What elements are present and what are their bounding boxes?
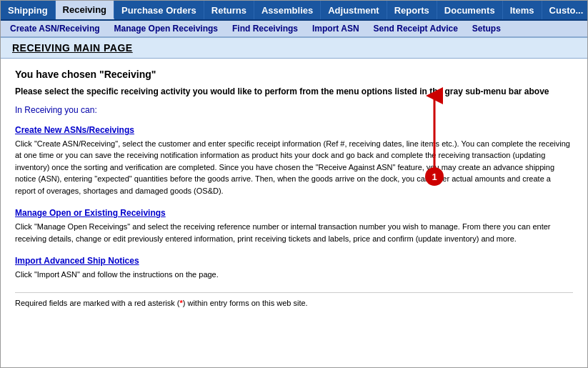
nav-custom[interactable]: Custo... xyxy=(542,1,588,19)
top-navigation: Shipping Receiving Purchase Orders Retur… xyxy=(1,1,587,21)
footer-suffix: ) within entry forms on this web site. xyxy=(183,299,308,307)
subnav-manage-open[interactable]: Manage Open Receivings xyxy=(108,21,224,36)
manage-open-desc: Click "Manage Open Receivings" and selec… xyxy=(15,221,573,244)
create-asn-link[interactable]: Create New ASNs/Receivings xyxy=(15,125,573,135)
footer-prefix: Required fields are marked with a red as… xyxy=(15,299,179,307)
subnav-find-receivings[interactable]: Find Receivings xyxy=(226,21,304,36)
nav-receiving[interactable]: Receiving xyxy=(56,1,114,19)
import-asn-link[interactable]: Import Advanced Ship Notices xyxy=(15,256,573,266)
subnav-import-asn[interactable]: Import ASN xyxy=(306,21,366,36)
in-receiving-label: In Receiving you can: xyxy=(15,105,573,115)
nav-documents[interactable]: Documents xyxy=(437,1,503,19)
footer-note: Required fields are marked with a red as… xyxy=(15,292,573,307)
subnav-create-asn[interactable]: Create ASN/Receiving xyxy=(4,21,106,36)
nav-assemblies[interactable]: Assemblies xyxy=(254,1,321,19)
section-manage-open: Manage Open or Existing Receivings Click… xyxy=(15,208,573,244)
import-asn-desc: Click "Import ASN" and follow the instru… xyxy=(15,269,573,281)
sub-navigation: Create ASN/Receiving Manage Open Receivi… xyxy=(1,21,587,38)
page-title: Receiving Main Page xyxy=(12,42,576,54)
nav-reports[interactable]: Reports xyxy=(387,1,437,19)
create-asn-desc: Click "Create ASN/Receiving", select the… xyxy=(15,138,573,197)
section-create-asn: Create New ASNs/Receivings Click "Create… xyxy=(15,125,573,197)
nav-purchase-orders[interactable]: Purchase Orders xyxy=(114,1,204,19)
nav-returns[interactable]: Returns xyxy=(204,1,254,19)
page-title-bar: Receiving Main Page xyxy=(1,38,587,59)
section-import-asn: Import Advanced Ship Notices Click "Impo… xyxy=(15,256,573,281)
nav-items[interactable]: Items xyxy=(503,1,542,19)
subnav-send-receipt[interactable]: Send Receipt Advice xyxy=(367,21,464,36)
chosen-heading: You have chosen "Receiving" xyxy=(15,69,573,80)
nav-adjustment[interactable]: Adjustment xyxy=(321,1,387,19)
manage-open-link[interactable]: Manage Open or Existing Receivings xyxy=(15,208,573,218)
main-content: You have chosen "Receiving" Please selec… xyxy=(1,59,587,317)
subnav-setups[interactable]: Setups xyxy=(466,21,507,36)
nav-shipping[interactable]: Shipping xyxy=(1,1,56,19)
instruction-text: Please select the specific receiving act… xyxy=(15,86,573,98)
